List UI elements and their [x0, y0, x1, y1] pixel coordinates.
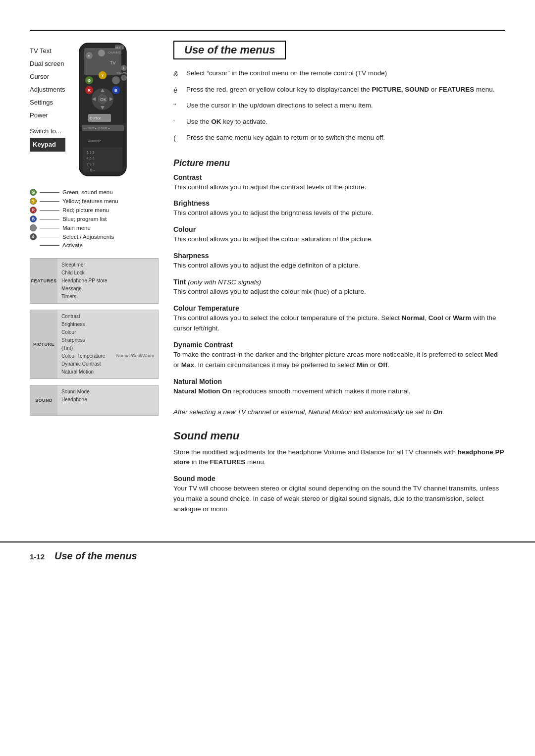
menu-panels: FEATURES Sleeptimer Child Lock Headphone…	[30, 258, 159, 416]
panel-item-extra: Normal/Cool/Warm	[116, 352, 154, 360]
page-footer: 1-12 Use of the menus	[0, 541, 535, 570]
colour-temp-title: Colour Temperature	[173, 304, 505, 312]
bullet-symbol: (	[173, 133, 181, 144]
bullet-symbol: '	[173, 117, 181, 128]
bullet-symbol: "	[173, 101, 181, 112]
features-items: Sleeptimer Child Lock Headphone PP store…	[57, 259, 158, 303]
left-column: TV Text Dual screen Cursor Adjustments S…	[30, 41, 159, 522]
sound-mode-title: Sound mode	[173, 475, 505, 483]
panel-item: Headphone PP store	[61, 277, 154, 285]
bullet-item: ' Use the OK key to activate.	[173, 117, 505, 128]
legend-line	[40, 237, 59, 237]
legend-item-green: G Green; sound menu	[30, 189, 159, 196]
legend-item-select: ⊙ Select / Adjustments	[30, 233, 159, 240]
sidebar-nav: TV Text Dual screen Cursor Adjustments S…	[30, 41, 65, 181]
tint-suffix: (only with NTSC signals)	[188, 278, 261, 286]
panel-item: Timers	[61, 293, 154, 301]
picture-label: PICTURE	[30, 310, 57, 378]
dynamic-contrast-title: Dynamic Contrast	[173, 341, 505, 349]
panel-item: (Tint)	[61, 344, 154, 352]
panel-item: Contrast	[61, 313, 154, 321]
bullet-item: é Press the red, green or yellow colour …	[173, 85, 505, 96]
legend-line	[40, 192, 59, 193]
panel-item: Dynamic Contrast	[61, 360, 154, 368]
bullet-item: ( Press the same menu key again to retur…	[173, 133, 505, 144]
panel-item: Brightness	[61, 321, 154, 328]
brightness-title: Brightness	[173, 199, 505, 207]
panel-item: Colour	[61, 328, 154, 336]
tint-body: This control allows you to adjust the co…	[173, 287, 505, 297]
legend-line	[40, 245, 59, 246]
legend-item-activate: Activate	[30, 242, 159, 248]
sidebar-item-adjustments[interactable]: Adjustments	[30, 83, 65, 96]
panel-item: Sound Mode	[61, 388, 154, 396]
sidebar-item-dualscreen[interactable]: Dual screen	[30, 57, 65, 70]
svg-text:Cursor: Cursor	[90, 116, 101, 120]
footer-title: Use of the menus	[54, 550, 137, 562]
bullet-text: Use the OK key to activate.	[186, 117, 268, 127]
sidebar-item-keypad[interactable]: Keypad	[30, 138, 65, 152]
legend-line	[40, 219, 59, 219]
sidebar-item-settings[interactable]: Settings	[30, 96, 65, 109]
legend-item-mainmenu: Main menu	[30, 224, 159, 231]
sound-panel: SOUND Sound Mode Headphone	[30, 385, 159, 416]
panel-item: Headphone	[61, 396, 154, 404]
legend-text: Main menu	[62, 225, 91, 231]
sidebar-item-switchto[interactable]: Switch to...	[30, 125, 65, 138]
panel-item: Sharpness	[61, 336, 154, 344]
sharpness-title: Sharpness	[173, 252, 505, 260]
legend: G Green; sound menu Y Yellow; features m…	[30, 189, 159, 248]
bullet-text: Use the cursor in the up/down directions…	[186, 101, 373, 110]
dynamic-contrast-section: Dynamic Contrast To make the contrast in…	[173, 341, 505, 371]
tint-title: Tint (only with NTSC signals)	[173, 278, 505, 286]
features-panel: FEATURES Sleeptimer Child Lock Headphone…	[30, 258, 159, 304]
legend-text: Red; picture menu	[62, 207, 109, 213]
legend-text: Yellow; features menu	[62, 198, 118, 204]
svg-text:B: B	[114, 88, 117, 93]
svg-text:−: −	[123, 76, 125, 80]
colour-temp-body: This control allows you to select the co…	[173, 313, 505, 334]
footer-page-num: 1-12	[30, 552, 45, 561]
right-column: Use of the menus & Select “cursor” in th…	[173, 41, 505, 522]
bullet-text: Press the same menu key again to return …	[186, 133, 385, 143]
sound-menu-heading: Sound menu	[173, 430, 505, 442]
legend-text: Select / Adjustments	[62, 234, 114, 240]
legend-item-yellow: Y Yellow; features menu	[30, 198, 159, 205]
green-dot: G	[30, 189, 37, 196]
svg-text:≡: ≡	[88, 54, 90, 57]
bullet-text: Select “cursor” in the control menu on t…	[186, 68, 387, 78]
bullet-text: Press the red, green or yellow colour ke…	[186, 85, 495, 95]
bullet-item: & Select “cursor” in the control menu on…	[173, 68, 505, 80]
yellow-dot: Y	[30, 198, 37, 205]
sidebar-item-power[interactable]: Power	[30, 109, 65, 122]
sidebar-item-tvtext[interactable]: TV Text	[30, 45, 65, 57]
sharpness-section: Sharpness This control allows you to adj…	[173, 252, 505, 271]
features-label: FEATURES	[30, 259, 57, 303]
sound-menu-intro: Store the modified adjustments for the h…	[173, 447, 505, 468]
svg-text:4  5  6: 4 5 6	[87, 157, 95, 160]
svg-text:0  --: 0 --	[90, 168, 96, 172]
contrast-title: Contrast	[173, 173, 505, 181]
contrast-section: Contrast This control allows you to adju…	[173, 173, 505, 193]
brightness-body: This control allows you to adjust the br…	[173, 208, 505, 218]
panel-item: Message	[61, 285, 154, 293]
legend-line	[40, 201, 59, 202]
svg-text:CHANNEL: CHANNEL	[108, 51, 122, 54]
svg-text:R: R	[88, 88, 91, 93]
dynamic-contrast-body: To make the contrast in the darker and t…	[173, 350, 505, 371]
tint-section: Tint (only with NTSC signals) This contr…	[173, 278, 505, 297]
svg-point-5	[98, 50, 105, 56]
panel-item: Child Lock	[61, 269, 154, 277]
legend-line	[40, 210, 59, 211]
colour-title: Colour	[173, 225, 505, 233]
sharpness-body: This control allows you to adjust the ed…	[173, 261, 505, 271]
nav-dot: ⊙	[30, 233, 37, 240]
sound-mode-body: Your TV will choose between stereo or di…	[173, 484, 505, 515]
sidebar-item-cursor[interactable]: Cursor	[30, 70, 65, 83]
section-title: Use of the menus	[184, 44, 275, 56]
red-dot: R	[30, 207, 37, 214]
legend-text: Blue; program list	[62, 216, 107, 222]
bullet-symbol: &	[173, 68, 181, 80]
bullet-item: " Use the cursor in the up/down directio…	[173, 101, 505, 112]
colour-temp-section: Colour Temperature This control allows y…	[173, 304, 505, 334]
